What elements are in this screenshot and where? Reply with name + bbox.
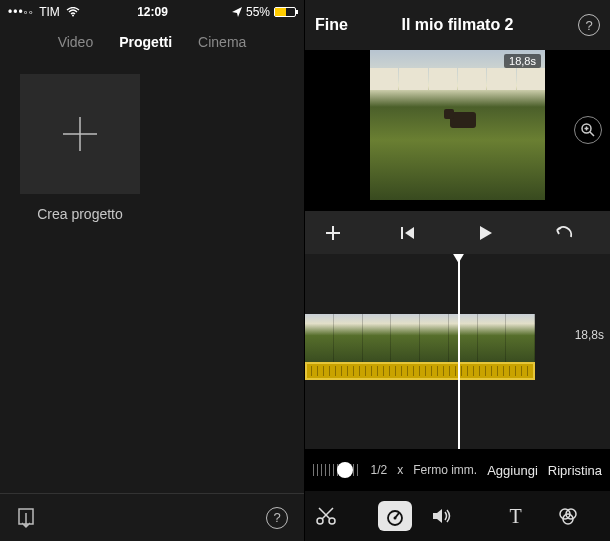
text-tool[interactable]: T (494, 505, 538, 528)
duration-badge: 18,8s (504, 54, 541, 68)
play-button[interactable] (476, 224, 516, 242)
reset-button[interactable]: Ripristina (548, 463, 602, 478)
undo-button[interactable] (552, 225, 592, 241)
volume-tool[interactable] (431, 507, 475, 525)
svg-point-5 (393, 517, 396, 520)
speed-ratio: 1/2 (371, 463, 388, 477)
speed-controls: 1/2 x Fermo imm. Aggiungi Ripristina (305, 449, 610, 491)
timeline[interactable]: 18,8s (305, 254, 610, 449)
speed-slider[interactable] (313, 460, 361, 480)
timeline-duration: 18,8s (575, 328, 604, 342)
tab-progetti[interactable]: Progetti (119, 34, 172, 50)
left-footer: ? (0, 493, 304, 541)
tab-bar: Video Progetti Cinema (0, 24, 304, 64)
status-time: 12:09 (0, 5, 305, 19)
filters-tool[interactable] (557, 506, 601, 526)
tab-video[interactable]: Video (58, 34, 94, 50)
status-bar: •••◦◦ TIM 12:09 55% (0, 0, 304, 24)
speed-x: x (397, 463, 403, 477)
add-freeze-button[interactable]: Aggiungi (487, 463, 538, 478)
transport-bar (305, 210, 610, 254)
battery-icon (274, 7, 296, 17)
plus-icon (55, 109, 105, 159)
add-media-button[interactable] (323, 223, 363, 243)
skip-start-button[interactable] (399, 225, 439, 241)
scissors-tool[interactable] (315, 506, 359, 526)
create-project-tile[interactable] (20, 74, 140, 194)
zoom-button[interactable] (574, 116, 602, 144)
help-icon[interactable]: ? (266, 507, 288, 529)
playhead[interactable] (458, 254, 460, 449)
create-project-label: Crea progetto (20, 206, 140, 222)
export-icon[interactable] (16, 507, 36, 529)
freeze-label: Fermo imm. (413, 463, 477, 477)
video-preview[interactable]: 18,8s (370, 50, 545, 200)
video-clip[interactable] (305, 314, 535, 362)
project-title: Il mio filmato 2 (305, 16, 610, 34)
tool-bar: T (305, 491, 610, 541)
preview-area: 18,8s (305, 50, 610, 210)
audio-clip[interactable] (305, 362, 535, 380)
editor-screen: Fine Il mio filmato 2 ? 18,8s (305, 0, 610, 541)
editor-header: Fine Il mio filmato 2 ? (305, 0, 610, 50)
speed-tool[interactable] (378, 501, 412, 531)
tab-cinema[interactable]: Cinema (198, 34, 246, 50)
projects-screen: •••◦◦ TIM 12:09 55% Video Progetti Cinem… (0, 0, 305, 541)
